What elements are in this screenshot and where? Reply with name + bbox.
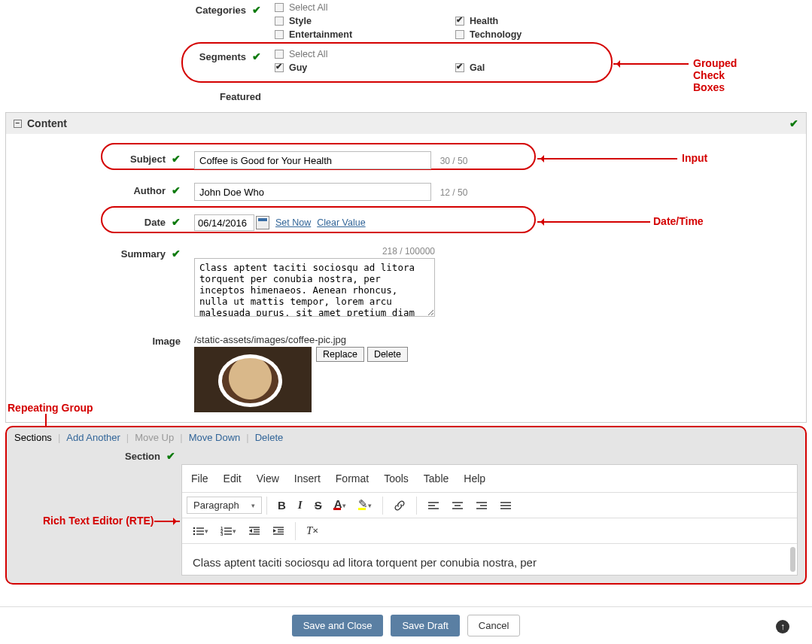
info-icon[interactable]: ↑ <box>776 620 789 630</box>
svg-point-16 <box>193 533 196 535</box>
author-row: Author ✔ 12 / 50 <box>87 181 725 203</box>
svg-marker-33 <box>273 529 276 533</box>
image-row: Image /static-assets/images/coffee-pic.j… <box>87 332 725 415</box>
check-icon: ✔ <box>252 4 261 16</box>
indent-button[interactable] <box>266 523 290 539</box>
section-label: Section <box>125 451 160 462</box>
author-input[interactable] <box>194 183 431 201</box>
menu-edit[interactable]: Edit <box>224 472 242 485</box>
anno-rte: Rich Text Editor (RTE) <box>43 515 154 527</box>
highlight-button[interactable]: ✎ ▾ <box>352 497 378 514</box>
svg-point-12 <box>193 527 196 529</box>
rich-text-editor: File Edit View Insert Format Tools Table… <box>181 464 798 576</box>
save-close-button[interactable]: Save and Close <box>292 615 384 630</box>
calendar-icon[interactable] <box>256 216 269 229</box>
categories-row: Categories ✔ Select All Style Health Ent… <box>87 0 725 42</box>
align-left-button[interactable] <box>421 498 446 513</box>
sections-group: Sections | Add Another | Move Up | Move … <box>5 426 807 585</box>
menu-format[interactable]: Format <box>336 472 369 485</box>
check-icon: ✔ <box>789 117 798 129</box>
menu-tools[interactable]: Tools <box>384 472 409 485</box>
svg-text:3: 3 <box>220 532 224 536</box>
menu-help[interactable]: Help <box>464 472 485 485</box>
menu-insert[interactable]: Insert <box>294 472 321 485</box>
cb-seg-select-all[interactable]: Select All <box>275 49 455 59</box>
cb-guy[interactable]: Guy <box>275 62 455 73</box>
featured-label: Featured <box>220 91 261 102</box>
cb-health[interactable]: Health <box>455 16 606 26</box>
move-down-link[interactable]: Move Down <box>189 432 241 443</box>
scrollbar[interactable] <box>790 547 795 572</box>
delete-button[interactable]: Delete <box>367 347 408 362</box>
featured-row: Featured <box>87 87 725 105</box>
summary-counter: 218 / 100000 <box>194 246 435 257</box>
cb-gal[interactable]: Gal <box>455 62 606 73</box>
link-button[interactable] <box>388 497 412 515</box>
check-icon: ✔ <box>172 184 181 196</box>
cb-entertainment[interactable]: Entertainment <box>275 29 455 40</box>
image-thumbnail <box>194 347 312 412</box>
rte-menubar: File Edit View Insert Format Tools Table… <box>182 465 797 493</box>
clear-format-button[interactable]: T✕ <box>300 521 324 540</box>
sections-label: Sections <box>14 432 52 443</box>
align-center-button[interactable] <box>446 498 470 513</box>
content-panel-header[interactable]: − Content ✔ <box>6 113 806 134</box>
subject-counter: 30 / 50 <box>440 156 468 166</box>
strike-button[interactable]: S <box>309 496 328 515</box>
cb-technology[interactable]: Technology <box>455 29 606 40</box>
content-title: Content <box>27 117 67 129</box>
collapse-icon[interactable]: − <box>14 120 22 128</box>
bullet-list-button[interactable]: ▾ <box>187 523 214 539</box>
menu-table[interactable]: Table <box>424 472 449 485</box>
save-draft-button[interactable]: Save Draft <box>391 615 459 630</box>
add-another-link[interactable]: Add Another <box>66 432 120 443</box>
svg-point-14 <box>193 530 196 532</box>
paragraph-select[interactable]: Paragraph▾ <box>187 497 262 514</box>
move-up-link[interactable]: Move Up <box>135 432 174 443</box>
cb-style[interactable]: Style <box>275 16 455 26</box>
author-counter: 12 / 50 <box>440 187 468 198</box>
anno-repeating: Repeating Group <box>8 402 93 414</box>
menu-file[interactable]: File <box>191 472 208 485</box>
text-color-button[interactable]: A ▾ <box>328 497 352 514</box>
summary-label: Summary <box>121 248 166 260</box>
summary-row: Summary ✔ 218 / 100000 <box>87 244 725 321</box>
menu-view[interactable]: View <box>257 472 279 485</box>
subject-input[interactable] <box>194 151 431 169</box>
categories-label: Categories <box>196 5 246 16</box>
clear-value-link[interactable]: Clear Value <box>317 217 365 228</box>
author-label: Author <box>133 185 166 196</box>
date-input[interactable] <box>194 214 254 231</box>
footer: Save and Close Save Draft Cancel <box>0 606 812 630</box>
bold-button[interactable]: B <box>272 496 292 515</box>
image-label: Image <box>152 336 181 347</box>
align-right-button[interactable] <box>470 498 494 513</box>
cancel-button[interactable]: Cancel <box>467 615 520 630</box>
delete-section-link[interactable]: Delete <box>255 432 284 443</box>
check-icon: ✔ <box>172 248 181 260</box>
cb-select-all[interactable]: Select All <box>275 2 455 13</box>
check-icon: ✔ <box>166 450 175 462</box>
italic-button[interactable]: I <box>292 496 309 515</box>
image-path: /static-assets/images/coffee-pic.jpg <box>194 334 725 345</box>
content-panel: − Content ✔ Input Subject ✔ 30 / 50 <box>5 112 807 423</box>
replace-button[interactable]: Replace <box>316 347 364 362</box>
set-now-link[interactable]: Set Now <box>275 217 311 228</box>
outdent-button[interactable] <box>242 523 266 539</box>
number-list-button[interactable]: 123 ▾ <box>214 523 242 539</box>
svg-marker-28 <box>249 529 252 533</box>
rte-body[interactable]: Class aptent taciti sociosqu ad litora t… <box>182 544 797 575</box>
summary-textarea[interactable] <box>194 258 435 317</box>
align-justify-button[interactable] <box>494 498 518 513</box>
